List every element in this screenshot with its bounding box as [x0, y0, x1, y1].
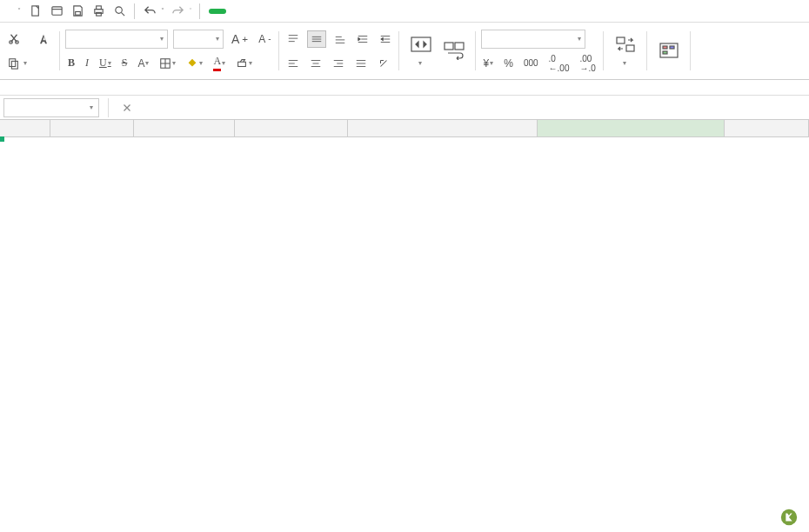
preview-icon[interactable]	[111, 3, 127, 19]
font-name-select[interactable]: ▾	[65, 30, 168, 49]
font-inc-button[interactable]	[36, 30, 55, 48]
percent-button[interactable]: %	[501, 56, 516, 71]
cut-button[interactable]	[5, 31, 25, 47]
increase-font-button[interactable]: A+	[229, 30, 251, 48]
ribbon: ▾ ▾ ▾ A+ A- B I U▾ S A▾ ▾ ▾ A▾ ▾	[0, 23, 809, 80]
format-painter-button[interactable]	[35, 62, 40, 65]
blank-strip	[0, 80, 809, 96]
redo-icon[interactable]	[170, 3, 185, 19]
align-left-button[interactable]	[284, 56, 302, 71]
comma-button[interactable]: 000	[521, 57, 541, 70]
tab-finance-tools[interactable]	[369, 10, 383, 13]
strike-button[interactable]: S	[119, 55, 130, 71]
save-icon[interactable]	[70, 3, 85, 19]
align-middle-button[interactable]	[307, 30, 326, 48]
underline-button[interactable]: U▾	[97, 55, 114, 71]
inc-decimal-button[interactable]: .0←.00	[546, 52, 572, 75]
namebox-dropdown-icon[interactable]: ▾	[90, 103, 93, 111]
formula-bar: ▾	[0, 96, 809, 120]
type-convert-group: ▾	[604, 26, 647, 76]
column-headers	[0, 120, 809, 137]
undo-dropdown-icon[interactable]: ˅	[161, 7, 164, 15]
tab-dev-tools[interactable]	[322, 10, 336, 13]
align-center-button[interactable]	[307, 56, 324, 71]
svg-rect-14	[445, 43, 453, 50]
number-format-select[interactable]: ▾	[481, 30, 585, 49]
fill-color-button[interactable]: ▾	[184, 56, 205, 71]
type-convert-button[interactable]: ▾	[609, 26, 642, 76]
decrease-font-button[interactable]: A-	[256, 31, 273, 47]
redo-dropdown-icon[interactable]: ˅	[189, 7, 192, 15]
svg-rect-12	[238, 62, 246, 66]
tab-data[interactable]	[275, 10, 289, 13]
spreadsheet-grid	[0, 120, 809, 137]
dec-decimal-button[interactable]: .00→.0	[577, 52, 598, 75]
watermark	[779, 508, 802, 527]
col-header-C[interactable]	[134, 120, 235, 136]
bold-button[interactable]: B	[65, 55, 77, 71]
tab-smart-tools[interactable]	[353, 10, 367, 13]
name-box[interactable]: ▾	[3, 98, 99, 117]
file-dropdown-icon[interactable]: ˅	[17, 7, 21, 15]
svg-rect-21	[670, 46, 674, 49]
style-group	[647, 26, 691, 76]
font-color-button[interactable]: A▾	[211, 53, 228, 73]
align-top-button[interactable]	[284, 31, 302, 47]
conditional-format-button[interactable]	[652, 26, 685, 76]
col-header-D[interactable]	[235, 120, 348, 136]
svg-rect-17	[626, 45, 634, 51]
tab-insert[interactable]	[228, 10, 242, 13]
tab-formula[interactable]	[259, 10, 273, 13]
undo-icon[interactable]	[142, 3, 157, 19]
italic-button[interactable]: I	[83, 55, 91, 71]
svg-rect-10	[11, 61, 17, 69]
svg-rect-9	[10, 58, 16, 66]
selection-rectangle	[0, 137, 3, 141]
print-icon[interactable]	[90, 3, 106, 19]
svg-rect-15	[455, 43, 464, 50]
svg-rect-16	[617, 37, 625, 43]
tab-start[interactable]	[209, 9, 226, 14]
watermark-icon	[779, 508, 799, 527]
clear-format-button[interactable]: ▾	[233, 56, 255, 71]
align-bottom-button[interactable]	[331, 31, 349, 47]
align-group	[279, 26, 399, 76]
clear-fx-icon[interactable]	[121, 102, 133, 114]
formula-input[interactable]	[147, 101, 802, 114]
tab-member[interactable]	[338, 10, 351, 13]
justify-button[interactable]	[352, 56, 370, 71]
svg-rect-19	[663, 46, 667, 49]
font-size-select[interactable]: ▾	[173, 30, 224, 49]
col-header-A[interactable]	[0, 120, 50, 136]
col-header-F[interactable]	[538, 120, 725, 136]
currency-button[interactable]: ¥▾	[481, 56, 497, 71]
svg-point-6	[115, 7, 122, 14]
tab-view[interactable]	[306, 10, 320, 13]
svg-rect-13	[411, 37, 431, 51]
tab-page-layout[interactable]	[244, 10, 257, 13]
col-header-E[interactable]	[348, 120, 538, 136]
col-header-G[interactable]	[725, 120, 809, 136]
align-right-button[interactable]	[330, 56, 347, 71]
menu-bar: ˅ ˅ ˅	[0, 0, 809, 23]
fbar-separator	[108, 98, 109, 117]
open-icon[interactable]	[49, 3, 64, 19]
number-group: ▾ ¥▾ % 000 .0←.00 .00→.0	[476, 26, 604, 76]
text-effect-button[interactable]: A▾	[135, 56, 151, 71]
merge-center-button[interactable]: ▾	[404, 33, 438, 70]
border-button[interactable]: ▾	[157, 56, 178, 71]
copy-button[interactable]: ▾	[5, 56, 30, 71]
font-group: ▾ ▾ A+ A- B I U▾ S A▾ ▾ ▾ A▾ ▾	[60, 26, 279, 76]
quick-access-toolbar: ˅ ˅	[23, 3, 207, 19]
orientation-button[interactable]	[375, 56, 392, 71]
svg-rect-1	[51, 7, 61, 15]
indent-dec-button[interactable]	[354, 31, 371, 47]
col-header-B[interactable]	[50, 120, 134, 136]
wrap-text-button[interactable]	[438, 39, 471, 63]
new-icon[interactable]	[28, 3, 43, 19]
merge-group: ▾	[399, 26, 476, 76]
fx-area	[114, 101, 809, 114]
indent-inc-button[interactable]	[377, 31, 394, 47]
file-menu[interactable]	[3, 10, 17, 13]
tab-review[interactable]	[291, 10, 304, 13]
